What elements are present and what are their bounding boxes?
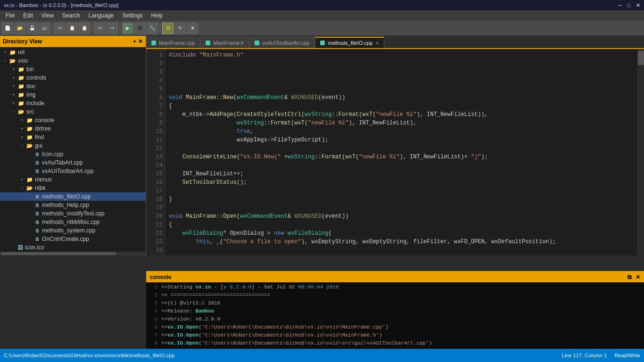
tree-item-vxauitoolbarart[interactable]: + 🗎 vxAUIToolbarArt.cpp (0, 167, 146, 175)
maximize-btn[interactable]: □ (627, 2, 630, 8)
sep1 (52, 24, 52, 33)
toolbar-redo[interactable]: ↪ (107, 23, 118, 34)
tab-close-methods-fileio[interactable]: ✕ (375, 41, 379, 46)
expand-ntbk[interactable]: − (19, 185, 25, 191)
expand-vxio[interactable]: − (2, 58, 8, 64)
tab-icon-vxauitoolbarart (255, 41, 259, 45)
tab-label-methods-fileio: methods_fileIO.cpp (328, 40, 372, 46)
expand-bin[interactable]: + (10, 66, 17, 73)
console-body[interactable]: 1 >>Starting vx.io - [v 0.2.0.0] - Sat J… (146, 282, 644, 349)
sep3 (120, 24, 120, 33)
expand-menus[interactable]: + (19, 176, 25, 183)
editor-area: MainFrame.cpp MainFrame.h vxAUIToolbarAr… (146, 36, 644, 255)
dir-scrollbar-h[interactable] (0, 252, 146, 255)
tree-item-methods-ntbk[interactable]: + 🗎 methods_ntbkMisc.cpp (0, 218, 146, 226)
tree-item-find[interactable]: + 📁 find (0, 133, 146, 141)
expand-console[interactable]: + (19, 117, 25, 123)
close-btn[interactable]: ✕ (636, 2, 640, 8)
console-close-btn[interactable]: ✕ (636, 274, 640, 280)
folder-icon-console: 📁 (26, 117, 33, 123)
toolbar-dir-view[interactable]: ☰ (162, 23, 173, 34)
toolbar-paste[interactable]: 📋 (79, 23, 90, 34)
main-container: Directory View + ✕ + 📁 ref − 📂 vxio + (0, 36, 644, 255)
tree-item-gui[interactable]: − 📂 gui (0, 141, 146, 150)
expand-find[interactable]: + (19, 134, 25, 140)
menu-view[interactable]: View (38, 11, 58, 20)
code-editor[interactable]: #include "MainFrame.h" void MainFrame::N… (165, 49, 637, 255)
tree-item-oncntrl[interactable]: + 🗎 OnCntrlCreate.cpp (0, 235, 146, 243)
tree-item-dirtree[interactable]: + 📁 dirtree (0, 124, 146, 133)
file-icon-icon-ico: 🖼 (18, 245, 23, 250)
editor-scrollbar[interactable] (637, 49, 644, 255)
toolbar-save-all[interactable]: 🗂 (39, 23, 50, 34)
folder-icon-src: 📂 (18, 109, 25, 115)
dir-plus-btn[interactable]: + (133, 38, 136, 45)
console-line-5: 5 >>Version: v0.2.0.0 (148, 315, 642, 323)
console-line-6: 6 >>vx.IO.Open('C:\Users\Robert\Document… (148, 323, 642, 331)
expand-include[interactable]: + (10, 100, 17, 107)
tree-item-vxio[interactable]: − 📂 vxio (0, 57, 146, 65)
toolbar-undo[interactable]: ↩ (94, 23, 106, 34)
menu-edit[interactable]: Edit (19, 11, 37, 20)
toolbar-editor-view[interactable]: ✎ (174, 23, 186, 34)
tree-item-methods-fileio[interactable]: + 🗎 methods_fileIO.cpp (0, 192, 146, 201)
toolbar-copy[interactable]: 📋 (66, 23, 78, 34)
title-text: vx.io - Bamboo - (v 0.2.0.0) - [methods_… (4, 2, 118, 8)
expand-dirtree[interactable]: + (19, 125, 25, 132)
menu-help[interactable]: Help (148, 11, 167, 20)
tab-icon-mainframe-h (206, 41, 210, 45)
toolbar-bookmark[interactable]: ★ (187, 23, 198, 34)
expand-src[interactable]: − (10, 108, 17, 115)
minimize-btn[interactable]: ─ (618, 2, 622, 8)
expand-ref[interactable]: + (2, 49, 8, 56)
folder-icon-vxio: 📂 (9, 58, 16, 64)
tree-item-menus[interactable]: + 📁 menus (0, 175, 146, 184)
status-position: Line 117, Column 1 (562, 353, 607, 358)
tree-item-methods-system[interactable]: + 🗎 methods_system.cpp (0, 226, 146, 235)
toolbar-cut[interactable]: ✂ (54, 23, 66, 34)
folder-icon-controls: 📁 (18, 75, 25, 81)
tree-item-controls[interactable]: + 📁 controls (0, 74, 146, 82)
tree-item-img[interactable]: + 📁 img (0, 90, 146, 99)
tree-item-include[interactable]: + 📁 include (0, 99, 146, 107)
tree-item-doc[interactable]: + 📁 doc (0, 82, 146, 90)
tab-mainframe-h[interactable]: MainFrame.h (200, 37, 249, 48)
console-line-1: 1 >>Starting vx.io - [v 0.2.0.0] - Sat J… (148, 283, 642, 291)
menu-settings[interactable]: Settings (118, 11, 146, 20)
expand-img[interactable]: + (10, 91, 17, 98)
tree-item-vxauitabart[interactable]: + 🗎 vxAuiTabArt.cpp (0, 158, 146, 167)
toolbar-build[interactable]: 🔧 (147, 23, 158, 34)
toolbar: 📄 📂 💾 🗂 ✂ 📋 📋 ↩ ↪ ▶ ⬛ 🔧 ☰ ✎ ★ (0, 21, 644, 36)
tab-icon-methods-fileio (320, 41, 325, 45)
tree-item-console[interactable]: + 📁 console (0, 116, 146, 124)
menu-search[interactable]: Search (58, 11, 84, 20)
toolbar-save[interactable]: 💾 (26, 23, 38, 34)
expand-doc[interactable]: + (10, 83, 17, 90)
menu-file[interactable]: File (2, 11, 18, 20)
menu-language[interactable]: Language (85, 11, 117, 20)
tab-mainframe-cpp[interactable]: MainFrame.cpp (146, 37, 200, 48)
console-line-3: 3 >>(C) @virt3.c 2016 (148, 299, 642, 307)
dir-close-btn[interactable]: ✕ (138, 38, 143, 45)
tree-item-methods-modify[interactable]: + 🗎 methods_modifyText.cpp (0, 209, 146, 218)
tree-item-bin[interactable]: + 📁 bin (0, 65, 146, 74)
tree-item-src[interactable]: − 📂 src (0, 107, 146, 116)
file-icon-icon-cpp: 🗎 (35, 151, 40, 157)
tree-item-icon-ico[interactable]: + 🖼 icon.ico (0, 243, 146, 252)
tab-methods-fileio[interactable]: methods_fileIO.cpp ✕ (315, 37, 384, 48)
console-title: console (150, 274, 171, 280)
expand-gui[interactable]: − (19, 142, 25, 149)
expand-controls[interactable]: + (10, 74, 17, 81)
tree-item-methods-help[interactable]: + 🗎 methods_Help.cpp (0, 201, 146, 209)
toolbar-new[interactable]: 📄 (2, 23, 13, 34)
toolbar-open[interactable]: 📂 (14, 23, 25, 34)
tree-item-ntbk[interactable]: − 📂 ntbk (0, 184, 146, 192)
tree-item-ref[interactable]: + 📁 ref (0, 48, 146, 57)
tree-item-icon-cpp[interactable]: + 🗎 Icon.cpp (0, 150, 146, 158)
tab-vxauitoolbarart[interactable]: vxAUIToolbarArt.cpp (249, 37, 314, 48)
folder-icon-gui: 📂 (26, 143, 33, 149)
title-bar: vx.io - Bamboo - (v 0.2.0.0) - [methods_… (0, 0, 644, 10)
console-float-btn[interactable]: ⧉ (627, 274, 632, 280)
toolbar-run[interactable]: ▶ (122, 23, 133, 34)
toolbar-stop[interactable]: ⬛ (134, 23, 146, 34)
